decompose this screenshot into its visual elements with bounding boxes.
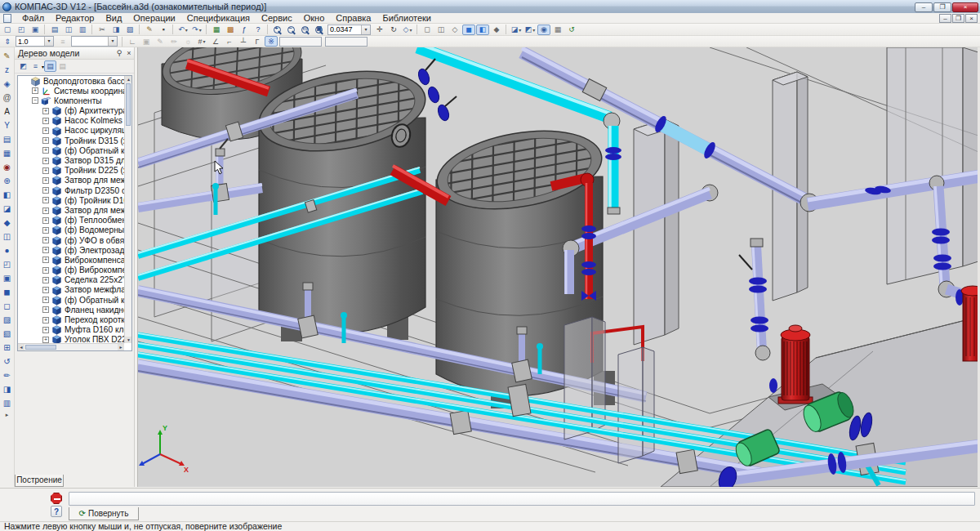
paste-button[interactable]: ▧ [123, 25, 136, 35]
print-preview-button[interactable]: ◫ [62, 25, 75, 35]
what-is-this-help-button[interactable]: ? [252, 25, 265, 35]
expand-icon[interactable]: + [42, 317, 49, 324]
copy-mode-button[interactable]: ▣ [140, 36, 153, 47]
more-tools-icon[interactable]: ▸ [6, 412, 9, 418]
display-hidden-removed-button[interactable]: ◇ [448, 25, 461, 35]
expand-icon[interactable]: + [42, 277, 49, 283]
display-wireframe-button[interactable]: ◻ [421, 25, 434, 35]
zoom-scale-combo[interactable]: ▾ [327, 25, 371, 35]
expand-icon[interactable]: + [42, 267, 49, 274]
expand-icon[interactable]: + [42, 108, 49, 114]
tree-item[interactable]: +Затвор D315 для межфл [18, 156, 124, 166]
tree-item[interactable]: +(ф) УФО в обвязке [18, 235, 124, 245]
pan-view-button[interactable]: ✛ [373, 25, 386, 35]
tree-item[interactable]: +Седелка 225х2" с ниппе [18, 275, 124, 285]
current-scale-combo[interactable]: ▾ [16, 36, 54, 47]
tree-item[interactable]: +(ф) Теплообменники в [18, 216, 124, 225]
print-button[interactable]: ▤ [48, 25, 61, 35]
expand-icon[interactable]: + [42, 207, 49, 214]
scroll-down-icon[interactable]: ▼ [125, 337, 132, 343]
tree-item[interactable]: +(ф) Обратный клапан Д [18, 295, 124, 305]
menu-Справка[interactable]: Справка [330, 13, 376, 24]
tree-horizontal-scrollbar[interactable]: ◄ ► [18, 343, 124, 350]
zoom-in-button[interactable]: + [271, 25, 284, 35]
section-display-button[interactable]: ◩▾ [523, 25, 537, 35]
orbit-mode-button[interactable]: ◉ [537, 25, 550, 35]
pencil-alt-button[interactable]: ✏ [167, 36, 180, 47]
tree-item[interactable]: +Затвор для межфланце [18, 205, 124, 215]
menu-Редактор[interactable]: Редактор [50, 13, 100, 24]
local-csys-button[interactable]: ∟ [126, 36, 139, 47]
redo-button[interactable]: ↷▾ [190, 25, 203, 35]
close-icon[interactable]: × [124, 49, 134, 57]
tree-item[interactable]: +(ф) Водомерный узел [18, 225, 124, 235]
backlight-button[interactable]: ☼ [181, 36, 194, 47]
cut-button[interactable]: ✂ [96, 25, 109, 35]
title-bar[interactable]: КОМПАС-3D V12 - [Бассейн.a3d (ознакомите… [0, 0, 980, 13]
new-document-button[interactable]: ▢ [1, 25, 14, 35]
zoom-scale-input[interactable] [328, 25, 361, 34]
insert-fragment-button[interactable]: ▥ [76, 25, 89, 35]
text-tool-button[interactable]: A [1, 105, 14, 118]
document-tool-button[interactable]: ▤ [1, 132, 14, 145]
tree-item[interactable]: +Затвор для межфланце [18, 176, 124, 185]
tree-item[interactable]: +Затвор межфланцевы [18, 285, 124, 295]
child-minimize-button[interactable]: – [939, 14, 951, 23]
menu-Спецификация[interactable]: Спецификация [181, 13, 256, 24]
current-layer-input[interactable] [72, 37, 108, 46]
undo-button[interactable]: ↶▾ [176, 25, 189, 35]
expand-icon[interactable]: + [42, 337, 49, 343]
current-scale-input[interactable] [16, 37, 44, 46]
fillet-button[interactable]: ◰ [1, 257, 14, 270]
layers-button[interactable]: ≡ [56, 36, 69, 47]
tree-item[interactable]: +(ф) Обратный клапан к [18, 145, 124, 155]
cut-extrude-button[interactable]: ◫ [1, 230, 14, 243]
mate-button[interactable]: ◨ [1, 382, 14, 395]
expand-icon[interactable]: + [42, 237, 49, 243]
shell-button[interactable]: ◼ [1, 285, 14, 298]
hide-objects-button[interactable]: ◪▾ [510, 25, 523, 35]
tab-postroenie[interactable]: Построение [15, 475, 64, 487]
tree-item[interactable]: +Переход короткий 225х [18, 315, 124, 325]
copy-properties-button[interactable]: ✎ [143, 25, 156, 35]
display-shaded-button[interactable]: ◼ [462, 25, 475, 35]
tree-composition-button[interactable]: ≡ [29, 60, 42, 72]
expand-icon[interactable]: + [42, 297, 49, 303]
filter-tool-button[interactable]: Y [1, 118, 14, 132]
menu-Файл[interactable]: Файл [16, 13, 50, 24]
maximize-button[interactable]: ❐ [933, 2, 951, 12]
loft-button[interactable]: ◪ [1, 202, 14, 215]
round-off-button[interactable]: Γ [251, 36, 264, 47]
edit-part-button[interactable]: ✎ [1, 49, 14, 62]
zoom-by-frame-button[interactable]: ▭ [299, 25, 312, 35]
hole-button[interactable]: ● [1, 243, 14, 257]
display-hidden-thin-button[interactable]: ◫ [434, 25, 448, 35]
scrollbar-thumb[interactable] [126, 83, 131, 126]
plane-construction-button[interactable]: ✏ [1, 368, 14, 382]
expand-icon[interactable]: + [42, 257, 49, 263]
expand-icon[interactable]: + [42, 127, 49, 134]
tab-rotate-command[interactable]: ⟳ Повернуть [69, 507, 139, 520]
component-place-button[interactable]: ▥ [1, 396, 14, 409]
extrude-button[interactable]: ⊕ [1, 174, 14, 187]
interrupt-command-icon[interactable] [51, 493, 62, 504]
spline-tool-button[interactable]: z [1, 63, 14, 76]
tree-item[interactable]: +Насос циркуляционны [18, 126, 124, 136]
3d-viewport[interactable]: Y X Z [137, 47, 978, 487]
geometry-button[interactable]: ◈ [1, 77, 14, 90]
expand-icon[interactable]: + [42, 158, 49, 164]
current-layer-combo[interactable]: ▾ [71, 36, 118, 47]
menu-Сервис[interactable]: Сервис [256, 13, 298, 24]
display-shaded-edges-button[interactable]: ◧ [476, 25, 489, 35]
scroll-left-icon[interactable]: ◄ [18, 344, 24, 350]
expand-icon[interactable]: + [42, 147, 49, 154]
object-properties-button[interactable]: ▪ [157, 25, 170, 35]
zoom-scale-dropdown-icon[interactable]: ▾ [361, 25, 370, 34]
tree-item[interactable]: +Тройник D315 (x18) [18, 136, 124, 145]
revolve-button[interactable]: ◧ [1, 188, 14, 201]
scroll-right-icon[interactable]: ► [118, 344, 124, 350]
expand-icon[interactable]: + [32, 87, 38, 94]
zoom-all-button[interactable]: ▣ [313, 25, 326, 35]
array-button[interactable]: ▧ [1, 327, 14, 340]
display-perspective-button[interactable]: ◆ [490, 25, 503, 35]
